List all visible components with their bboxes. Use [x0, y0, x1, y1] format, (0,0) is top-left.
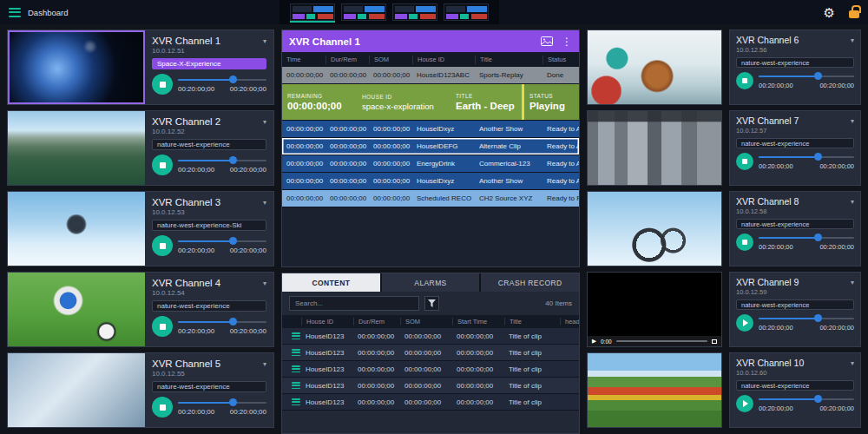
playlist-row-record[interactable]: 00:00:00;00 00:00:00;00 00:00:00;00 Sche… — [282, 190, 579, 207]
chevron-down-icon[interactable]: ▾ — [263, 199, 266, 207]
col-title[interactable]: Title — [504, 318, 560, 326]
unlock-icon[interactable] — [849, 10, 859, 18]
seek-slider[interactable] — [759, 395, 854, 403]
slider-thumb[interactable] — [229, 237, 237, 245]
channel-card-1[interactable]: XVR Channel 1 ▾ 10.0.12.51 Space-X-Exper… — [7, 30, 274, 105]
slider-thumb[interactable] — [814, 233, 822, 241]
col-dur-rem[interactable]: Dur/Rem — [326, 56, 369, 64]
chevron-down-icon[interactable]: ▾ — [263, 279, 266, 287]
col-start-time[interactable]: Start Time — [452, 318, 504, 326]
preset-thumbnail-4[interactable] — [444, 3, 489, 21]
stop-button[interactable] — [152, 316, 173, 337]
playlist-row-done[interactable]: 00:00:00;00 00:00:00;00 00:00:00;00 Hous… — [282, 67, 579, 84]
col-heading[interactable]: headin... — [560, 318, 579, 326]
channel-2-preview[interactable] — [8, 111, 145, 185]
current-clip-bar[interactable]: nature-west-experience — [736, 57, 854, 68]
channel-3-preview[interactable] — [8, 192, 145, 266]
preset-thumbnail-2[interactable] — [341, 3, 386, 21]
tab-crash-record[interactable]: CRASH RECORD — [481, 273, 579, 292]
seek-slider[interactable] — [178, 398, 266, 406]
stop-button[interactable] — [152, 235, 173, 256]
stop-button[interactable] — [152, 155, 173, 175]
channel-card-2[interactable]: XVR Channel 2 ▾ 10.0.12.52 nature-west-e… — [7, 110, 274, 186]
seek-slider[interactable] — [178, 237, 266, 245]
preset-thumbnail-3[interactable] — [392, 3, 437, 21]
play-icon[interactable]: ▶ — [592, 339, 596, 345]
chevron-down-icon[interactable]: ▾ — [851, 36, 854, 44]
content-row[interactable]: HouseID123 00:00:00;00 00:00:00;00 00:00… — [282, 361, 579, 378]
col-house-id[interactable]: House ID — [301, 318, 353, 326]
stop-button[interactable] — [736, 233, 753, 251]
channel-7-preview[interactable] — [587, 110, 722, 186]
channel-card-9[interactable]: XVR Channel 9 ▾ 10.0.12.59 nature-west-e… — [729, 272, 861, 347]
play-button[interactable] — [736, 314, 753, 332]
col-house-id[interactable]: House ID — [412, 56, 475, 64]
chevron-down-icon[interactable]: ▾ — [263, 118, 266, 126]
channel-card-10[interactable]: XVR Channel 10 ▾ 10.0.12.60 nature-west-… — [729, 352, 861, 428]
current-clip-bar[interactable]: nature-west-experience — [736, 299, 854, 310]
preview-image-icon[interactable] — [541, 36, 553, 46]
content-row[interactable]: HouseID123 00:00:00;00 00:00:00;00 00:00… — [282, 394, 579, 411]
tab-content[interactable]: CONTENT — [282, 273, 380, 292]
content-row[interactable]: HouseID123 00:00:00;00 00:00:00;00 00:00… — [282, 345, 579, 361]
seek-slider[interactable] — [759, 314, 854, 322]
seek-slider[interactable] — [759, 233, 854, 241]
col-som[interactable]: SOM — [369, 56, 412, 64]
playlist-row-selected[interactable]: 00:00:00;00 00:00:00;00 00:00:00;00 Hous… — [282, 138, 579, 155]
current-clip-bar[interactable]: nature-west-experience — [152, 381, 266, 392]
content-row[interactable]: HouseID123 00:00:00;00 00:00:00;00 00:00… — [282, 328, 579, 345]
filter-button[interactable] — [424, 296, 439, 311]
seek-slider[interactable] — [759, 153, 854, 161]
hamburger-menu-icon[interactable] — [9, 8, 21, 17]
channel-4-preview[interactable] — [8, 273, 145, 346]
content-row[interactable]: HouseID123 00:00:00;00 00:00:00;00 00:00… — [282, 378, 579, 394]
player-progress[interactable] — [616, 340, 707, 342]
slider-thumb[interactable] — [814, 314, 822, 322]
col-time[interactable]: Time — [282, 56, 326, 64]
video-player-controls[interactable]: ▶ 0:00 — [588, 336, 721, 346]
slider-thumb[interactable] — [229, 76, 237, 83]
col-som[interactable]: SOM — [400, 318, 452, 326]
tab-alarms[interactable]: ALARMS — [382, 273, 480, 292]
current-clip-bar[interactable]: nature-west-experience — [736, 138, 854, 148]
channel-card-6[interactable]: XVR Channel 6 ▾ 10.0.12.56 nature-west-e… — [729, 30, 861, 105]
channel-9-preview[interactable]: ▶ 0:00 — [587, 272, 722, 347]
current-clip-bar[interactable]: nature-west-experience — [152, 139, 266, 150]
channel-10-preview[interactable] — [587, 352, 722, 428]
chevron-down-icon[interactable]: ▾ — [263, 360, 266, 368]
fullscreen-icon[interactable] — [712, 339, 717, 344]
slider-thumb[interactable] — [814, 72, 822, 80]
col-status[interactable]: Status — [542, 56, 579, 64]
stop-button[interactable] — [736, 153, 753, 170]
channel-5-preview[interactable] — [8, 353, 145, 427]
chevron-down-icon[interactable]: ▾ — [851, 198, 854, 206]
stop-button[interactable] — [152, 74, 173, 95]
slider-thumb[interactable] — [229, 156, 237, 164]
kebab-menu-icon[interactable]: ⋮ — [562, 36, 572, 48]
search-input[interactable] — [289, 296, 419, 311]
slider-thumb[interactable] — [229, 318, 237, 326]
current-clip-bar[interactable]: nature-west-experience — [152, 300, 266, 312]
seek-slider[interactable] — [178, 156, 266, 164]
channel-card-7[interactable]: XVR Channel 7 ▾ 10.0.12.57 nature-west-e… — [729, 110, 861, 186]
settings-gear-icon[interactable]: ⚙ — [824, 6, 835, 19]
current-clip-bar[interactable]: nature-west-experience — [736, 219, 854, 229]
play-button[interactable] — [736, 395, 753, 412]
chevron-down-icon[interactable]: ▾ — [851, 279, 854, 286]
playlist-row[interactable]: 00:00:00;00 00:00:00;00 00:00:00;00 Hous… — [282, 173, 579, 190]
current-clip-bar[interactable]: Space-X-Experience — [152, 58, 266, 69]
slider-thumb[interactable] — [814, 395, 822, 403]
preset-thumbnail-1[interactable] — [290, 3, 335, 21]
channel-card-4[interactable]: XVR Channel 4 ▾ 10.0.12.54 nature-west-e… — [7, 272, 274, 347]
stop-button[interactable] — [736, 72, 753, 89]
slider-thumb[interactable] — [229, 398, 237, 406]
stop-button[interactable] — [152, 397, 173, 418]
chevron-down-icon[interactable]: ▾ — [851, 117, 854, 125]
current-clip-bar[interactable]: nature-west-experience-Ski — [152, 220, 266, 231]
slider-thumb[interactable] — [814, 153, 822, 161]
current-clip-bar[interactable]: nature-west-experience — [736, 380, 854, 391]
channel-card-3[interactable]: XVR Channel 3 ▾ 10.0.12.53 nature-west-e… — [7, 191, 274, 266]
seek-slider[interactable] — [178, 318, 266, 326]
channel-card-8[interactable]: XVR Channel 8 ▾ 10.0.12.58 nature-west-e… — [729, 191, 861, 266]
channel-8-preview[interactable] — [587, 191, 722, 266]
